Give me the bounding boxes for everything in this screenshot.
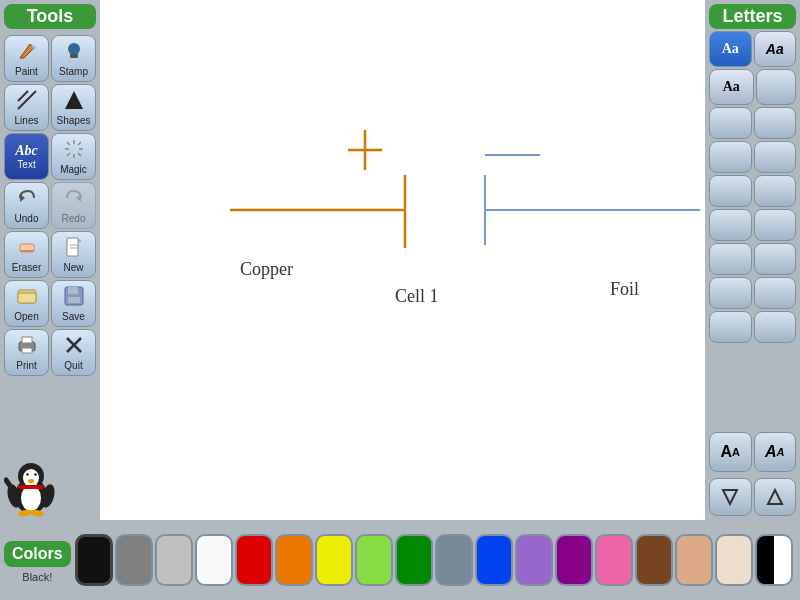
swatch-purple[interactable] — [555, 534, 593, 586]
svg-line-13 — [67, 153, 70, 156]
swatch-red[interactable] — [235, 534, 273, 586]
swatch-white[interactable] — [195, 534, 233, 586]
letter-btn-aa-2[interactable]: Aa — [754, 31, 797, 67]
undo-label: Undo — [15, 213, 39, 224]
color-palette — [75, 534, 800, 586]
arrow-buttons — [709, 478, 796, 516]
shapes-tool[interactable]: Shapes — [51, 84, 96, 131]
undo-icon — [16, 187, 38, 212]
swatch-darkgreen[interactable] — [395, 534, 433, 586]
eraser-label: Eraser — [12, 262, 41, 273]
svg-marker-43 — [768, 490, 782, 504]
right-panel: Letters Aa Aa Aa — [705, 0, 800, 520]
lines-icon — [16, 89, 38, 114]
text-label: Text — [17, 159, 35, 170]
letters-header: Letters — [709, 4, 796, 29]
swatch-col-tan — [715, 534, 753, 586]
svg-line-12 — [78, 142, 81, 145]
svg-point-51 — [34, 473, 36, 475]
magic-tool[interactable]: Magic — [51, 133, 96, 180]
swatch-black[interactable] — [75, 534, 113, 586]
text-icon: Abc — [15, 144, 38, 158]
svg-line-3 — [18, 91, 36, 109]
svg-point-50 — [26, 473, 28, 475]
svg-rect-25 — [68, 287, 78, 294]
size-buttons: AA AA — [709, 432, 796, 472]
swatch-col-black — [75, 534, 113, 586]
undo-tool[interactable]: Undo — [4, 182, 49, 229]
swatch-skin[interactable] — [675, 534, 713, 586]
lines-tool[interactable]: Lines — [4, 84, 49, 131]
spacer-l — [754, 277, 797, 309]
text-tool[interactable]: Abc Text — [4, 133, 49, 180]
svg-marker-14 — [20, 194, 25, 202]
bottom-bar: Colors Black! — [0, 520, 800, 600]
eraser-icon — [16, 236, 38, 261]
spacer-n — [754, 311, 797, 343]
tools-header: Tools — [4, 4, 96, 29]
magic-icon — [63, 138, 85, 163]
stamp-icon — [63, 40, 85, 65]
swatch-col-purple — [555, 534, 593, 586]
svg-rect-57 — [18, 485, 44, 489]
swatch-darkgray[interactable] — [115, 534, 153, 586]
svg-rect-28 — [22, 337, 32, 343]
open-tool[interactable]: Open — [4, 280, 49, 327]
penguin-mascot — [4, 458, 59, 518]
letter-btn-aa-1[interactable]: Aa — [709, 31, 752, 67]
quit-label: Quit — [64, 360, 82, 371]
svg-point-1 — [68, 43, 80, 55]
swatch-bw[interactable] — [755, 534, 793, 586]
swatch-blue[interactable] — [475, 534, 513, 586]
swatch-col-darkgray — [115, 534, 153, 586]
left-toolbar: Tools Paint Stamp Lines Shapes — [0, 0, 100, 520]
swatch-purple-light[interactable] — [515, 534, 553, 586]
svg-line-11 — [78, 153, 81, 156]
new-tool[interactable]: New — [51, 231, 96, 278]
swatch-brown[interactable] — [635, 534, 673, 586]
eraser-tool[interactable]: Eraser — [4, 231, 49, 278]
letter-row-1: Aa Aa — [709, 31, 796, 67]
swatch-tan[interactable] — [715, 534, 753, 586]
print-tool[interactable]: Print — [4, 329, 49, 376]
svg-rect-18 — [67, 238, 78, 256]
svg-point-52 — [28, 479, 34, 483]
shapes-label: Shapes — [57, 115, 91, 126]
swatch-gray[interactable] — [155, 534, 193, 586]
svg-rect-2 — [70, 54, 78, 58]
size-decrease-btn[interactable]: AA — [709, 432, 752, 472]
open-icon — [16, 285, 38, 310]
tool-grid: Paint Stamp Lines Shapes Abc Text — [0, 33, 100, 378]
colors-header: Colors — [4, 541, 71, 567]
letter-spacer-1 — [756, 69, 797, 105]
svg-marker-19 — [78, 238, 82, 242]
spacer-k — [709, 277, 752, 309]
spacer-m — [709, 311, 752, 343]
paint-tool[interactable]: Paint — [4, 35, 49, 82]
stamp-tool[interactable]: Stamp — [51, 35, 96, 82]
new-label: New — [63, 262, 83, 273]
redo-tool[interactable]: Redo — [51, 182, 96, 229]
swatch-slate[interactable] — [435, 534, 473, 586]
swatch-col-purple-light — [515, 534, 553, 586]
save-tool[interactable]: Save — [51, 280, 96, 327]
size-increase-btn[interactable]: AA — [754, 432, 797, 472]
svg-marker-42 — [723, 490, 737, 504]
arrow-up-btn[interactable] — [754, 478, 797, 516]
svg-rect-23 — [18, 293, 36, 303]
spacer-c — [709, 141, 752, 173]
spacer-e — [709, 175, 752, 207]
swatch-yellow[interactable] — [315, 534, 353, 586]
quit-tool[interactable]: Quit — [51, 329, 96, 376]
svg-rect-26 — [68, 297, 80, 303]
spacer-f — [754, 175, 797, 207]
svg-marker-15 — [76, 194, 81, 202]
canvas-area[interactable]: Copper Cell 1 Foil — [100, 0, 705, 520]
swatch-col-red — [235, 534, 273, 586]
swatch-lightgreen[interactable] — [355, 534, 393, 586]
swatch-pink[interactable] — [595, 534, 633, 586]
letter-btn-aa-3[interactable]: Aa — [709, 69, 754, 105]
swatch-orange[interactable] — [275, 534, 313, 586]
arrow-down-btn[interactable] — [709, 478, 752, 516]
svg-text:Copper: Copper — [240, 259, 293, 279]
